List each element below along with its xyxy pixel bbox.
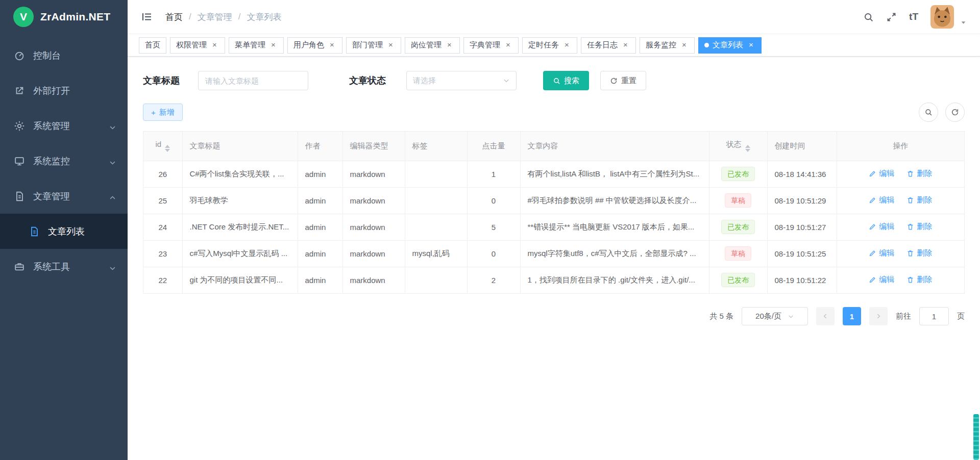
dashboard-icon	[14, 50, 25, 61]
sidebar-item-system-mgmt[interactable]: 系统管理	[0, 108, 128, 143]
close-icon[interactable]: ×	[386, 41, 395, 49]
tab-dict-mgmt[interactable]: 字典管理 ×	[463, 37, 519, 54]
cell-ops: 编辑 删除	[837, 240, 964, 267]
chevron-down-icon	[503, 77, 510, 84]
tab-service-monitor[interactable]: 服务监控 ×	[640, 37, 695, 54]
avatar[interactable]	[930, 5, 954, 29]
table-row[interactable]: 23 c#写入Mysql中文显示乱码 ... admin markdown my…	[143, 240, 964, 267]
close-icon[interactable]: ×	[328, 41, 336, 49]
cell-id: 25	[143, 187, 182, 214]
column-header-id[interactable]: id	[143, 132, 182, 161]
main-area: 首页 / 文章管理 / 文章列表 tT 首页 权限管	[128, 0, 980, 460]
chevron-down-icon	[788, 313, 794, 320]
table-row[interactable]: 22 git 为不同的项目设置不同... admin markdown 2 1，…	[143, 267, 964, 293]
monitor-icon	[14, 156, 25, 167]
caret-down-icon[interactable]	[960, 19, 967, 26]
search-icon[interactable]	[863, 12, 874, 22]
sort-icon[interactable]	[165, 145, 170, 152]
article-title-input[interactable]	[198, 71, 308, 90]
delete-button[interactable]: 删除	[906, 222, 932, 232]
sort-icon[interactable]	[745, 145, 750, 152]
tab-article-list[interactable]: 文章列表 ×	[698, 37, 762, 54]
toolbar-right-actions	[919, 103, 965, 122]
fullscreen-icon[interactable]	[886, 12, 897, 22]
page-size-select[interactable]: 20条/页	[742, 307, 808, 325]
close-icon[interactable]: ×	[747, 41, 755, 49]
tab-dept-mgmt[interactable]: 部门管理 ×	[346, 37, 401, 54]
edit-button[interactable]: 编辑	[869, 248, 894, 258]
refresh-button[interactable]	[945, 103, 965, 122]
tab-cron-task[interactable]: 定时任务 ×	[522, 37, 577, 54]
prev-page-button[interactable]	[816, 307, 835, 325]
search-button[interactable]: 搜索	[543, 71, 589, 90]
external-link-icon	[14, 85, 25, 96]
cell-id: 23	[143, 240, 182, 267]
table-row[interactable]: 26 C#两个list集合实现关联，... admin markdown 1 有…	[143, 161, 964, 187]
goto-page-input[interactable]	[919, 307, 949, 325]
filter-form: 文章标题 文章状态 请选择 搜索 重置	[128, 57, 980, 94]
close-icon[interactable]: ×	[680, 41, 689, 49]
table-row[interactable]: 24 .NET Core 发布时提示.NET... admin markdown…	[143, 214, 964, 240]
delete-label: 删除	[917, 195, 932, 205]
sidebar-menu: 控制台 外部打开 系统管理 系统监控	[0, 34, 128, 284]
delete-button[interactable]: 删除	[906, 275, 932, 285]
cell-clicks: 0	[467, 187, 520, 214]
close-icon[interactable]: ×	[269, 41, 278, 49]
cell-ops: 编辑 删除	[837, 187, 964, 214]
tab-user-role[interactable]: 用户角色 ×	[287, 37, 342, 54]
tab-menu-mgmt[interactable]: 菜单管理 ×	[229, 37, 284, 54]
cell-author: admin	[298, 187, 342, 214]
sidebar-collapse-icon[interactable]	[141, 11, 153, 23]
sidebar-item-label: 系统工具	[33, 261, 70, 273]
tab-post-mgmt[interactable]: 岗位管理 ×	[405, 37, 460, 54]
sidebar-item-dashboard[interactable]: 控制台	[0, 38, 128, 73]
edit-button[interactable]: 编辑	[869, 222, 894, 232]
cell-clicks: 1	[467, 161, 520, 187]
document-icon	[14, 191, 25, 202]
reset-button[interactable]: 重置	[600, 71, 646, 90]
sidebar-item-label: 系统监控	[33, 155, 70, 167]
page-number-current[interactable]: 1	[843, 307, 861, 325]
column-label: 文章标题	[190, 141, 220, 150]
cell-title: c#写入Mysql中文显示乱码 ...	[182, 240, 298, 267]
status-badge: 已发布	[721, 273, 755, 287]
edit-button[interactable]: 编辑	[869, 169, 894, 178]
sidebar-item-system-tools[interactable]: 系统工具	[0, 249, 128, 284]
plus-icon: +	[151, 108, 156, 117]
delete-button[interactable]: 删除	[906, 169, 932, 178]
close-icon[interactable]: ×	[562, 41, 571, 49]
column-header-content: 文章内容	[520, 132, 709, 161]
cell-title: 羽毛球教学	[182, 187, 298, 214]
tab-task-log[interactable]: 任务日志 ×	[581, 37, 636, 54]
sidebar-item-article-mgmt[interactable]: 文章管理	[0, 178, 128, 214]
close-icon[interactable]: ×	[210, 41, 219, 49]
close-icon[interactable]: ×	[504, 41, 512, 49]
search-toggle-button[interactable]	[919, 103, 938, 122]
status-badge: 已发布	[721, 167, 755, 181]
next-page-button[interactable]	[869, 307, 888, 325]
article-table: id 文章标题 作者 编辑器类型 标签 点击量 文章内容 状态 创建时间 操作	[143, 131, 965, 294]
breadcrumb-item[interactable]: 文章管理	[198, 11, 232, 23]
add-button[interactable]: + 新增	[143, 104, 183, 121]
tab-home[interactable]: 首页	[139, 37, 166, 54]
tab-permission-mgmt[interactable]: 权限管理 ×	[170, 37, 225, 54]
breadcrumb-item[interactable]: 首页	[165, 11, 183, 23]
sidebar-item-external[interactable]: 外部打开	[0, 73, 128, 108]
pagination: 共 5 条 20条/页 1 前往 页	[128, 294, 980, 339]
edit-button[interactable]: 编辑	[869, 275, 894, 285]
column-header-tags: 标签	[405, 132, 467, 161]
sidebar-item-system-monitor[interactable]: 系统监控	[0, 143, 128, 178]
close-icon[interactable]: ×	[445, 41, 454, 49]
delete-label: 删除	[917, 169, 932, 178]
edit-button[interactable]: 编辑	[869, 195, 894, 205]
article-status-select[interactable]: 请选择	[406, 71, 517, 90]
column-header-status[interactable]: 状态	[709, 132, 767, 161]
delete-button[interactable]: 删除	[906, 248, 932, 258]
close-icon[interactable]: ×	[621, 41, 630, 49]
font-size-icon[interactable]: tT	[909, 11, 918, 22]
sidebar-item-article-list[interactable]: 文章列表	[0, 214, 128, 249]
delete-button[interactable]: 删除	[906, 195, 932, 205]
tab-label: 用户角色	[293, 40, 324, 50]
table-row[interactable]: 25 羽毛球教学 admin markdown 0 #羽毛球拍参数说明 ## 中…	[143, 187, 964, 214]
scrollbar-thumb[interactable]	[973, 414, 979, 460]
